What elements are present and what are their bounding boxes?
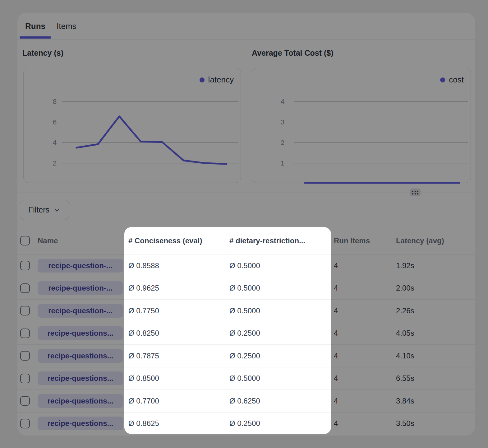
row-checkbox-cell: [17, 277, 38, 300]
run-name-badge[interactable]: recipe-questions...: [38, 371, 123, 385]
tab-items[interactable]: Items: [51, 13, 82, 40]
row-checkbox[interactable]: [20, 351, 30, 361]
charts-section: Latency (s) Average Total Cost ($) 8642 …: [17, 40, 475, 193]
table-body: recipe-question-...Ø 0.8588Ø 0.500041.92…: [17, 254, 475, 435]
cost-legend-dot-icon: [440, 77, 445, 82]
latency-avg-value: 4.05s: [396, 322, 475, 345]
filters-toolbar: Filters: [17, 193, 475, 227]
svg-text:4: 4: [281, 97, 285, 105]
row-checkbox[interactable]: [20, 283, 30, 293]
row-checkbox-cell: [17, 254, 38, 277]
tab-runs-label: Runs: [25, 21, 45, 31]
row-checkbox-cell: [17, 322, 38, 345]
run-items-count: 4: [334, 367, 396, 390]
row-checkbox-cell: [17, 413, 38, 435]
grip-dots-icon: [412, 190, 419, 195]
table-row: recipe-questions...Ø 0.8500Ø 0.500046.55…: [17, 367, 475, 390]
conciseness-score-value: Ø 0.8625: [128, 413, 229, 435]
cost-legend: cost: [440, 75, 464, 85]
run-items-count: 4: [334, 413, 396, 435]
run-name-badge[interactable]: recipe-questions...: [38, 417, 123, 430]
run-name-cell: recipe-question-...: [38, 277, 128, 300]
latency-legend: latency: [200, 75, 234, 85]
table-row: recipe-questions...Ø 0.7700Ø 0.625043.84…: [17, 390, 475, 412]
latency-avg-value: 2.26s: [396, 300, 475, 322]
latency-line-chart: 8642: [24, 68, 241, 183]
dietary-restriction-score-value: Ø 0.5000: [229, 277, 334, 300]
active-tab-underline: [20, 36, 51, 39]
svg-text:6: 6: [53, 118, 57, 126]
cost-line-chart: 4321: [252, 68, 471, 183]
run-items-count: 4: [334, 390, 396, 412]
run-name-badge[interactable]: recipe-questions...: [38, 326, 123, 340]
run-name-cell: recipe-questions...: [38, 367, 128, 390]
run-name-cell: recipe-questions...: [38, 322, 128, 345]
column-header-name: Name: [38, 227, 128, 254]
run-items-count: 4: [334, 254, 396, 277]
row-checkbox[interactable]: [20, 396, 30, 406]
tab-runs[interactable]: Runs: [20, 13, 51, 40]
latency-chart-panel: 8642 latency: [23, 68, 241, 183]
dietary-restriction-score-value: Ø 0.5000: [229, 300, 334, 322]
svg-text:2: 2: [281, 138, 285, 147]
table-row: recipe-questions...Ø 0.7875Ø 0.250044.10…: [17, 344, 475, 367]
latency-legend-label: latency: [208, 75, 234, 85]
run-name-badge[interactable]: recipe-question-...: [38, 304, 123, 318]
table-header-row: Name # Conciseness (eval) # dietary-rest…: [17, 227, 475, 254]
runs-panel-card: Runs Items Latency (s) Average Total Cos…: [17, 13, 475, 436]
column-header-run-items: Run Items: [334, 227, 396, 254]
run-name-badge[interactable]: recipe-questions...: [38, 349, 123, 363]
dietary-restriction-score-value: Ø 0.2500: [229, 345, 334, 367]
cost-chart-title: Average Total Cost ($): [252, 49, 334, 58]
latency-avg-value: 2.00s: [396, 277, 475, 300]
dietary-restriction-score-value: Ø 0.2500: [229, 413, 334, 435]
cost-chart-panel: 4321 cost: [252, 68, 471, 183]
table-row: recipe-questions...Ø 0.8250Ø 0.250044.05…: [17, 322, 475, 345]
conciseness-score-value: Ø 0.7875: [128, 345, 229, 367]
svg-text:3: 3: [281, 118, 285, 126]
latency-avg-value: 6.55s: [396, 367, 475, 390]
run-name-cell: recipe-questions...: [38, 413, 128, 435]
latency-avg-value: 3.84s: [396, 390, 475, 412]
column-header-conciseness: # Conciseness (eval): [128, 227, 229, 254]
row-checkbox[interactable]: [20, 374, 30, 383]
row-checkbox[interactable]: [20, 419, 30, 428]
table-row: recipe-question-...Ø 0.7750Ø 0.500042.26…: [17, 299, 475, 322]
run-items-count: 4: [334, 345, 396, 367]
conciseness-score-value: Ø 0.8250: [128, 322, 229, 345]
row-checkbox[interactable]: [20, 261, 30, 270]
table-row: recipe-question-...Ø 0.9625Ø 0.500042.00…: [17, 277, 475, 300]
run-name-badge[interactable]: recipe-question-...: [38, 281, 123, 295]
run-name-cell: recipe-questions...: [38, 345, 128, 367]
latency-avg-value: 1.92s: [396, 254, 475, 277]
table-row: recipe-question-...Ø 0.8588Ø 0.500041.92…: [17, 254, 475, 277]
run-name-badge[interactable]: recipe-question-...: [38, 259, 123, 273]
run-name-badge[interactable]: recipe-questions...: [38, 394, 123, 408]
resize-grip-handle[interactable]: [410, 189, 421, 196]
row-checkbox-cell: [17, 390, 38, 412]
dietary-restriction-score-value: Ø 0.5000: [229, 254, 334, 277]
latency-chart-title: Latency (s): [22, 49, 63, 58]
conciseness-score-value: Ø 0.9625: [128, 277, 229, 300]
dietary-restriction-score-value: Ø 0.6250: [229, 390, 334, 412]
run-name-cell: recipe-question-...: [38, 254, 128, 277]
conciseness-score-value: Ø 0.7700: [128, 390, 229, 412]
table-row: recipe-questions...Ø 0.8625Ø 0.250043.50…: [17, 412, 475, 435]
run-items-count: 4: [334, 322, 396, 345]
latency-avg-value: 3.50s: [396, 413, 475, 435]
run-items-count: 4: [334, 300, 396, 322]
filters-button[interactable]: Filters: [20, 200, 69, 220]
svg-text:2: 2: [53, 159, 57, 167]
row-checkbox[interactable]: [20, 329, 30, 338]
latency-legend-dot-icon: [200, 77, 205, 82]
runs-table: Name # Conciseness (eval) # dietary-rest…: [17, 227, 475, 435]
dietary-restriction-score-value: Ø 0.5000: [229, 367, 334, 390]
row-checkbox[interactable]: [20, 306, 30, 315]
dietary-restriction-score-value: Ø 0.2500: [229, 322, 334, 345]
tab-items-label: Items: [57, 21, 76, 31]
filters-button-label: Filters: [28, 205, 49, 214]
column-header-latency: Latency (avg): [396, 227, 475, 254]
column-header-dietary: # dietary-restriction...: [229, 227, 334, 254]
latency-avg-value: 4.10s: [396, 345, 475, 367]
select-all-checkbox[interactable]: [20, 236, 30, 245]
